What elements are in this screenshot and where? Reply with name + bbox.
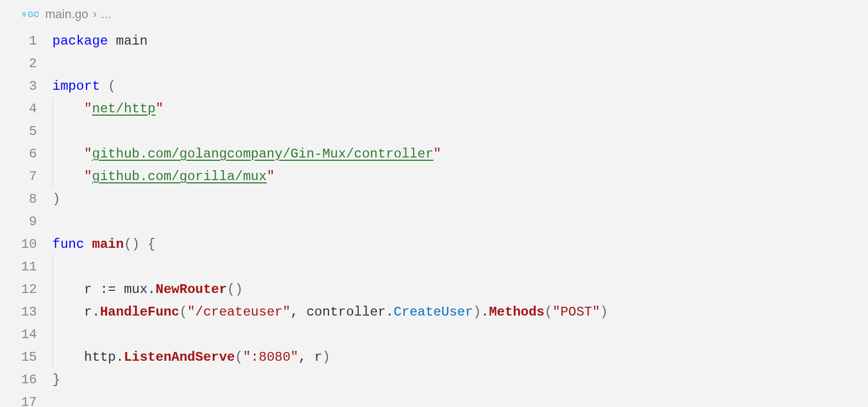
svg-text:GO: GO (28, 10, 39, 19)
line-number: 12 (0, 278, 37, 301)
member: CreateUser (393, 305, 473, 319)
line-number: 14 (0, 323, 37, 346)
line-number: 15 (0, 346, 37, 368)
breadcrumb-filename[interactable]: main.go (45, 3, 88, 25)
package-ref: http (84, 350, 116, 365)
function-call: ListenAndServe (124, 350, 235, 365)
keyword: import (52, 79, 100, 94)
code-line[interactable]: ) (52, 188, 868, 210)
function-call: NewRouter (155, 282, 227, 297)
line-number: 5 (0, 120, 37, 143)
line-number: 10 (0, 233, 37, 256)
package-ref: mux (124, 282, 148, 297)
string-quote: " (84, 169, 92, 184)
line-number: 17 (0, 391, 37, 407)
code-line[interactable]: func main() { (52, 233, 868, 256)
breadcrumb[interactable]: GO main.go › ... (0, 0, 868, 30)
code-line[interactable]: import ( (52, 75, 868, 97)
string-literal: "POST" (552, 305, 600, 319)
code-line[interactable]: r.HandleFunc("/createuser", controller.C… (52, 301, 868, 323)
line-number: 7 (0, 165, 37, 188)
code-line[interactable]: http.ListenAndServe(":8080", r) (52, 346, 868, 368)
line-number: 4 (0, 97, 37, 120)
code-line[interactable] (52, 256, 868, 278)
string-quote: " (267, 169, 274, 184)
string-quote: " (84, 146, 92, 161)
code-line[interactable]: "github.com/gorilla/mux" (52, 165, 868, 188)
line-number: 1 (0, 30, 37, 52)
line-number-gutter: 1234567891011121314151617 (0, 30, 52, 407)
line-number: 9 (0, 210, 37, 233)
string-quote: " (433, 146, 441, 161)
import-path-link[interactable]: github.com/gorilla/mux (92, 169, 267, 184)
brace: } (52, 372, 60, 387)
brace: { (148, 237, 155, 252)
string-literal: ":8080" (243, 350, 299, 365)
code-editor[interactable]: 1234567891011121314151617 package main i… (0, 30, 868, 407)
paren: ( (108, 79, 116, 94)
operator: := (100, 282, 116, 297)
string-quote: " (84, 101, 92, 116)
code-line[interactable] (52, 210, 868, 233)
line-number: 11 (0, 256, 37, 278)
line-number: 13 (0, 301, 37, 323)
code-line[interactable]: package main (52, 30, 868, 52)
function-call: Methods (489, 305, 544, 319)
chevron-right-icon: › (93, 3, 96, 25)
code-line[interactable] (52, 52, 868, 75)
code-line[interactable] (52, 323, 868, 346)
line-number: 2 (0, 52, 37, 75)
function-name: main (92, 237, 124, 252)
variable: r (84, 305, 92, 319)
code-line[interactable]: "github.com/golangcompany/Gin-Mux/contro… (52, 143, 868, 165)
import-path-link[interactable]: net/http (92, 101, 155, 116)
go-file-icon: GO (21, 10, 39, 19)
paren: () (124, 237, 140, 252)
import-path-link[interactable]: github.com/golangcompany/Gin-Mux/control… (92, 146, 433, 161)
line-number: 8 (0, 188, 37, 210)
line-number: 3 (0, 75, 37, 97)
string-quote: " (155, 101, 163, 116)
code-area[interactable]: package main import ( "net/http" "github… (52, 30, 868, 407)
paren: ) (52, 192, 60, 207)
package-ref: controller (306, 305, 386, 319)
variable: r (314, 350, 322, 365)
code-line[interactable]: r := mux.NewRouter() (52, 278, 868, 301)
identifier: main (116, 34, 148, 48)
string-literal: "/createuser" (187, 305, 290, 319)
variable: r (84, 282, 92, 297)
keyword: package (52, 34, 108, 48)
function-call: HandleFunc (100, 305, 179, 319)
code-line[interactable]: "net/http" (52, 97, 868, 120)
code-line[interactable]: } (52, 368, 868, 391)
keyword: func (52, 237, 84, 252)
breadcrumb-tail[interactable]: ... (101, 3, 111, 25)
line-number: 16 (0, 368, 37, 391)
code-line[interactable] (52, 120, 868, 143)
code-line[interactable] (52, 391, 868, 407)
line-number: 6 (0, 143, 37, 165)
